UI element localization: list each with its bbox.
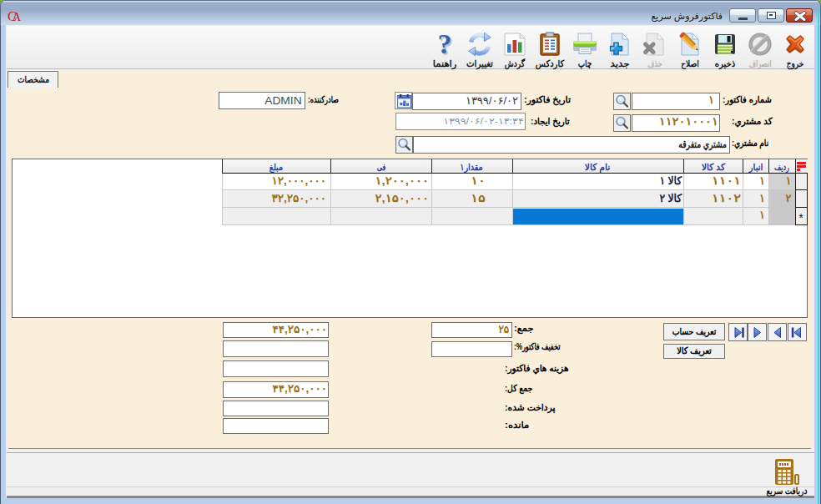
svg-text:?: ? [437, 31, 451, 58]
